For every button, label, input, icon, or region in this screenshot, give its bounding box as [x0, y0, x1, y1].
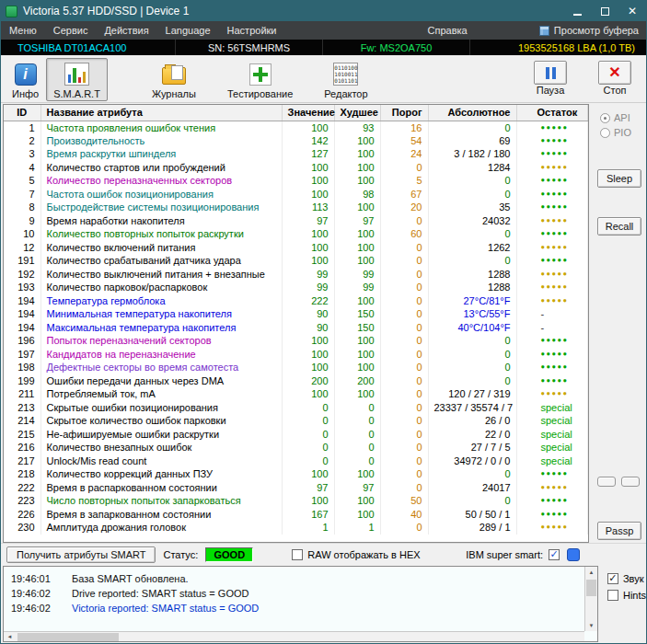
table-row[interactable]: 226 Время в запаркованном состоянии 167 … [4, 508, 588, 522]
menu-item-actions[interactable]: Действия [96, 25, 156, 36]
table-row[interactable]: 211 Потребляемый ток, mA 100 100 0 120 /… [4, 387, 588, 401]
mini-button-left[interactable] [597, 477, 616, 487]
minimize-button[interactable] [563, 1, 591, 21]
table-row[interactable]: 1 Частота проявления ошибок чтения 100 9… [4, 121, 588, 134]
table-row[interactable]: 5 Количество переназначенных секторов 10… [4, 174, 588, 188]
maximize-button[interactable] [591, 1, 618, 21]
cell-threshold: 0 [380, 467, 428, 481]
table-row[interactable]: 194 Температура гермоблока 222 100 0 27°… [4, 294, 588, 308]
cell-value: 222 [282, 294, 334, 308]
table-row[interactable]: 10 Количество повторных попыток раскрутк… [4, 227, 588, 241]
buffer-view-button[interactable]: Просмотр буфера [539, 25, 646, 36]
table-row[interactable]: 191 Количество срабатываний датчика удар… [4, 254, 588, 268]
table-header-row: ID Название атрибута Значение Худшее Пор… [4, 105, 588, 121]
cell-id: 199 [4, 374, 40, 388]
cell-absolute: 1284 [428, 161, 516, 175]
table-row[interactable]: 9 Время наработки накопителя 97 97 0 240… [4, 214, 588, 228]
editor-button[interactable]: 011010010100110101101 Редактор [317, 58, 375, 101]
table-row[interactable]: 223 Число повторных попыток запарковатьс… [4, 494, 588, 508]
vertical-scroll-thumb[interactable] [586, 580, 596, 596]
ibm-smart-checkbox[interactable]: ✓ [549, 549, 560, 560]
close-button[interactable]: ✕ [618, 1, 646, 21]
table-row[interactable]: 3 Время раскрутки шпинделя 127 100 24 3 … [4, 147, 588, 161]
cell-absolute: 13°C/55°F [428, 307, 516, 321]
cell-absolute: 26 / 0 [428, 414, 516, 428]
raw-hex-checkbox[interactable] [292, 549, 303, 560]
table-row[interactable]: 12 Количество включений питания 100 100 … [4, 241, 588, 255]
col-header-value: Значение [282, 105, 334, 121]
table-row[interactable]: 197 Кандидатов на переназначение 100 100… [4, 348, 588, 362]
horizontal-scroll-thumb[interactable] [17, 633, 119, 641]
cell-threshold: 0 [380, 268, 428, 282]
menu-item-help[interactable]: Справка [420, 25, 476, 36]
cell-absolute: 22 / 0 [428, 428, 516, 442]
table-row[interactable]: 216 Количество внезапных ошибок 0 0 0 27… [4, 441, 588, 454]
table-row[interactable]: 215 Не-афишируемые ошибки раскрутки 0 0 … [4, 428, 588, 442]
log-horizontal-scrollbar[interactable]: ◄ [4, 631, 584, 641]
sound-checkbox[interactable]: ✓ [607, 573, 618, 584]
mini-button-right[interactable] [621, 477, 640, 487]
menu-item-language[interactable]: Language [157, 25, 219, 36]
cell-id: 3 [4, 147, 40, 161]
cell-id: 1 [4, 121, 40, 134]
color-indicator-button[interactable] [567, 548, 580, 561]
table-row[interactable]: 196 Попыток переназначений секторов 100 … [4, 334, 588, 348]
side-panel: API PIO Sleep Recall Passp [589, 103, 646, 543]
cell-worst: 100 [334, 294, 380, 308]
table-row[interactable]: 192 Количество выключений питания + внез… [4, 268, 588, 282]
table-row[interactable]: 4 Количество стартов или пробуждений 100… [4, 161, 588, 175]
table-row[interactable]: 222 Время в распаркованном состоянии 97 … [4, 481, 588, 495]
get-smart-button[interactable]: Получить атрибуты SMART [6, 546, 156, 563]
cell-health: ●●●●● [516, 508, 588, 522]
cell-attribute-name: Частота ошибок позиционирования [40, 188, 282, 201]
menu-item-menu[interactable]: Меню [1, 25, 45, 36]
test-button[interactable]: Тестирование [220, 58, 300, 101]
table-row[interactable]: 7 Частота ошибок позиционирования 100 98… [4, 188, 588, 201]
device-info-bar: TOSHIBA DT01ACA100 SN: 56TSMHRMS Fw: MS2… [1, 40, 646, 55]
cell-absolute: 0 [428, 374, 516, 388]
table-row[interactable]: 214 Скрытое количество ошибок парковки 0… [4, 414, 588, 428]
table-row[interactable]: 213 Скрытые ошибки позиционирования 0 0 … [4, 401, 588, 415]
cell-absolute: 1288 [428, 268, 516, 282]
info-button[interactable]: i Инфо [5, 58, 46, 101]
menu-item-settings[interactable]: Настройки [219, 25, 285, 36]
titlebar[interactable]: Victoria 5.37 HDD/SSD | Device 1 ✕ [1, 1, 646, 21]
menu-item-service[interactable]: Сервис [45, 25, 97, 36]
log-entry: 19:46:01База SMART обновлена. [11, 571, 590, 586]
recall-button[interactable]: Recall [597, 217, 641, 236]
pause-button[interactable]: Пауза [526, 58, 574, 98]
cell-worst: 100 [334, 174, 380, 188]
table-row[interactable]: 194 Максимальная температура накопителя … [4, 321, 588, 335]
table-row[interactable]: 217 Unlock/Mis read count 0 0 0 34972 / … [4, 454, 588, 468]
smart-button[interactable]: S.M.A.R.T [46, 58, 108, 101]
table-row[interactable]: 230 Амплитуда дрожания головок 1 1 0 289… [4, 521, 588, 535]
table-row[interactable]: 199 Ошибки передачи данных через DMA 200… [4, 374, 588, 388]
log-entries: 19:46:01База SMART обновлена. 19:46:02Dr… [4, 567, 597, 615]
table-row[interactable]: 198 Дефектные секторы во время самотеста… [4, 361, 588, 374]
table-row[interactable]: 2 Производительность 142 100 54 69 ●●●●● [4, 134, 588, 148]
cell-health: ●●●●● [516, 241, 588, 255]
window-title: Victoria 5.37 HDD/SSD | Device 1 [23, 5, 563, 17]
api-radio[interactable]: API [600, 112, 630, 123]
cell-attribute-name: Количество включений питания [40, 241, 282, 255]
table-row[interactable]: 218 Количество коррекций данных ПЗУ 100 … [4, 467, 588, 481]
table-row[interactable]: 8 Быстродействие системы позиционировани… [4, 201, 588, 214]
table-row[interactable]: 194 Минимальная температура накопителя 9… [4, 307, 588, 321]
stop-button[interactable]: ✕ Стоп [591, 58, 639, 98]
log-text: База SMART обновлена. [72, 571, 189, 586]
cell-threshold: 0 [380, 281, 428, 294]
cell-worst: 97 [334, 481, 380, 495]
hints-checkbox[interactable] [607, 590, 618, 601]
log-vertical-scrollbar[interactable]: ▲ ▼ [584, 567, 597, 631]
table-row[interactable]: 193 Количество парковок/распарковок 99 9… [4, 281, 588, 294]
cell-worst: 100 [334, 161, 380, 175]
cell-value: 1 [282, 521, 334, 535]
pio-radio[interactable]: PIO [600, 127, 631, 138]
passp-button[interactable]: Passp [597, 522, 641, 540]
logs-button[interactable]: Журналы [144, 58, 203, 101]
sleep-button[interactable]: Sleep [597, 169, 641, 188]
scroll-down-icon[interactable]: ▼ [585, 620, 597, 631]
status-label: Статус: [163, 549, 198, 560]
scroll-left-icon[interactable]: ◄ [4, 631, 16, 642]
scroll-up-icon[interactable]: ▲ [585, 567, 597, 578]
